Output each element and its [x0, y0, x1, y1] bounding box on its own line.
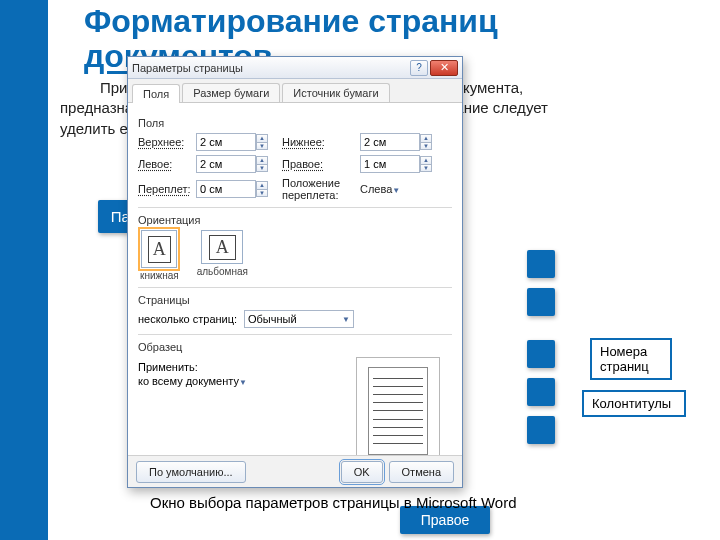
rbox-kolont: Колонтитулы — [582, 390, 686, 417]
group-orientation: Ориентация — [138, 214, 452, 226]
slab-blank6 — [527, 416, 555, 444]
help-icon: ? — [416, 62, 422, 73]
spin-top[interactable]: ▲▼ — [256, 134, 268, 150]
spin-left[interactable]: ▲▼ — [256, 156, 268, 172]
select-gutter-pos[interactable]: Слева▼ — [360, 183, 434, 195]
group-margins: Поля — [138, 117, 452, 129]
dialog-tabs: Поля Размер бумаги Источник бумаги — [128, 79, 462, 103]
slide-accent-bar — [0, 0, 48, 540]
label-gutter: Переплет: — [138, 183, 196, 195]
select-gutter-pos-value: Слева — [360, 183, 392, 195]
tab-paper-source[interactable]: Источник бумаги — [282, 83, 389, 102]
select-multi-pages[interactable]: Обычный▼ — [244, 310, 354, 328]
landscape-icon: A — [209, 235, 236, 260]
chevron-down-icon: ▼ — [342, 315, 350, 324]
slab-blank2 — [527, 250, 555, 278]
input-left[interactable] — [196, 155, 256, 173]
select-apply-value: ко всему документу — [138, 375, 239, 387]
label-bottom: Нижнее: — [270, 136, 360, 148]
group-pages: Страницы — [138, 294, 452, 306]
spin-gutter[interactable]: ▲▼ — [256, 181, 268, 197]
input-gutter[interactable] — [196, 180, 256, 198]
label-apply: Применить: — [138, 361, 198, 373]
input-right[interactable] — [360, 155, 420, 173]
orientation-landscape[interactable]: A альбомная — [197, 230, 248, 281]
tab-paper-size[interactable]: Размер бумаги — [182, 83, 280, 102]
margin-grid: Верхнее: ▲▼ Нижнее: ▲▼ Левое: ▲▼ Правое:… — [138, 133, 452, 201]
separator2 — [138, 287, 452, 288]
group-sample: Образец — [138, 341, 452, 353]
label-gutter-pos: Положение переплета: — [270, 177, 360, 201]
separator — [138, 207, 452, 208]
dialog-title: Параметры страницы — [132, 62, 410, 74]
ok-button[interactable]: OK — [341, 461, 383, 483]
label-left: Левое: — [138, 158, 196, 170]
orientation-portrait[interactable]: A книжная — [140, 230, 179, 281]
input-top[interactable] — [196, 133, 256, 151]
orientation-landscape-label: альбомная — [197, 266, 248, 277]
page-setup-dialog: Параметры страницы ? ✕ Поля Размер бумаг… — [127, 56, 463, 488]
dialog-titlebar[interactable]: Параметры страницы ? ✕ — [128, 57, 462, 79]
para1a: При — [100, 79, 128, 96]
portrait-icon: A — [148, 236, 171, 263]
dialog-footer: По умолчанию... OK Отмена — [128, 455, 462, 487]
title-line1: Форматирование страниц — [84, 3, 498, 39]
tab-margins[interactable]: Поля — [132, 84, 180, 103]
orientation-portrait-label: книжная — [140, 270, 179, 281]
select-apply-to[interactable]: ко всему документу▼ — [138, 375, 266, 387]
chevron-down-icon: ▼ — [239, 378, 247, 387]
default-button[interactable]: По умолчанию... — [136, 461, 246, 483]
select-multi-value: Обычный — [248, 313, 297, 325]
dialog-body: Поля Верхнее: ▲▼ Нижнее: ▲▼ Левое: ▲▼ Пр… — [128, 103, 462, 455]
cancel-button[interactable]: Отмена — [389, 461, 454, 483]
slab-blank4 — [527, 340, 555, 368]
close-button[interactable]: ✕ — [430, 60, 458, 76]
label-top: Верхнее: — [138, 136, 196, 148]
spin-bottom[interactable]: ▲▼ — [420, 134, 432, 150]
spin-right[interactable]: ▲▼ — [420, 156, 432, 172]
separator3 — [138, 334, 452, 335]
rbox-nomera: Номера страниц — [590, 338, 672, 380]
pages-row: несколько страниц: Обычный▼ — [138, 310, 452, 328]
input-bottom[interactable] — [360, 133, 420, 151]
orientation-options: A книжная A альбомная — [140, 230, 452, 281]
label-multi: несколько страниц: — [138, 313, 238, 325]
help-button[interactable]: ? — [410, 60, 428, 76]
page-preview — [356, 357, 440, 455]
close-icon: ✕ — [440, 61, 449, 74]
dialog-caption: Окно выбора параметров страницы в Micros… — [150, 494, 517, 511]
sample-row: Применить: ко всему документу▼ — [138, 357, 452, 455]
chevron-down-icon: ▼ — [392, 186, 400, 195]
slab-blank5 — [527, 378, 555, 406]
slab-blank3 — [527, 288, 555, 316]
label-right: Правое: — [270, 158, 360, 170]
